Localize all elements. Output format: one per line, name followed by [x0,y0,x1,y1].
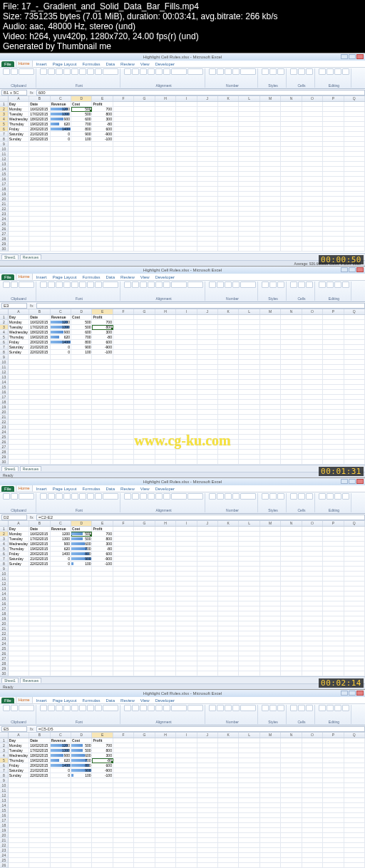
cell[interactable] [155,157,176,162]
cell[interactable] [113,671,134,676]
cell[interactable] [155,395,176,400]
cell[interactable] [176,430,197,435]
cell[interactable] [176,122,197,127]
cell[interactable] [155,596,176,601]
cell[interactable] [155,671,176,676]
cell[interactable]: Wednesday [9,117,29,122]
cell[interactable] [218,577,239,582]
cell[interactable] [113,325,134,330]
cell[interactable] [51,237,71,242]
cell[interactable] [302,242,323,247]
cell[interactable] [134,162,155,167]
cell[interactable] [218,601,239,606]
cell[interactable] [302,435,323,440]
cell[interactable] [134,651,155,656]
cell[interactable] [71,858,92,863]
cell[interactable] [197,621,218,626]
cell[interactable] [71,395,92,400]
cell[interactable] [92,162,113,167]
cell[interactable]: 900 [71,132,92,137]
cell[interactable] [176,753,197,758]
cell[interactable] [344,773,365,778]
cell[interactable] [344,167,365,172]
cell[interactable] [281,848,302,853]
cell[interactable] [218,350,239,355]
cell[interactable] [197,325,218,330]
maximize-button[interactable] [349,691,356,696]
cell[interactable] [260,738,281,743]
cell[interactable] [281,112,302,117]
cell[interactable] [176,661,197,666]
cell[interactable] [239,395,259,400]
cell[interactable] [71,591,92,596]
cell[interactable] [344,102,365,107]
cell[interactable]: 300 [92,330,113,335]
cell[interactable] [239,577,259,582]
cell[interactable] [239,325,259,330]
cell[interactable] [344,621,365,626]
cell[interactable] [71,242,92,247]
cell[interactable]: 0 [51,562,71,567]
cell[interactable] [134,345,155,350]
cell[interactable] [344,552,365,557]
ribbon-button[interactable] [290,281,297,288]
ribbon-button[interactable] [319,493,326,500]
cell[interactable]: 900 [51,117,71,122]
column-header[interactable]: O [302,733,323,738]
row-header[interactable]: 29 [0,242,9,247]
cell[interactable] [302,793,323,798]
ribbon-button[interactable] [40,281,47,288]
ribbon-button[interactable] [225,281,232,288]
cell[interactable]: Thursday [9,758,29,763]
cell[interactable] [260,142,281,147]
cell[interactable] [260,355,281,360]
cell[interactable] [197,207,218,212]
cell[interactable] [155,197,176,202]
cell[interactable] [344,671,365,676]
cell[interactable] [281,247,302,252]
cell[interactable] [281,455,302,460]
cell[interactable] [239,340,259,345]
cell[interactable] [239,651,259,656]
ribbon-button[interactable] [327,705,334,711]
cell[interactable] [239,127,259,132]
cell[interactable] [92,833,113,838]
cell[interactable] [197,217,218,222]
cell[interactable] [134,187,155,192]
cell[interactable]: 19/02/2015 [29,122,50,127]
row-header[interactable]: 28 [0,661,9,666]
cell[interactable] [260,365,281,370]
ribbon-button[interactable] [71,493,78,500]
cell[interactable] [176,435,197,440]
cell[interactable]: Saturday [9,557,29,562]
cell[interactable] [344,587,365,591]
cell[interactable] [51,651,71,656]
cell[interactable] [218,833,239,838]
column-header[interactable]: C [51,309,71,314]
row-header[interactable]: 24 [0,430,9,435]
cell[interactable] [92,390,113,395]
cell[interactable] [113,838,134,843]
cell[interactable] [176,631,197,636]
cell[interactable] [218,137,239,142]
cell[interactable] [155,122,176,127]
ribbon-tab[interactable]: Formulas [80,274,102,280]
cell[interactable] [51,646,71,651]
cell[interactable]: 800 [92,537,113,542]
cell[interactable] [344,833,365,838]
row-header[interactable]: 13 [0,375,9,380]
cell[interactable] [134,330,155,335]
cell[interactable] [344,440,365,445]
cell[interactable] [9,192,29,197]
cell[interactable] [71,445,92,450]
cell[interactable] [113,758,134,763]
cell[interactable] [239,572,259,577]
cell[interactable]: 900 [51,330,71,335]
cell[interactable] [302,641,323,646]
row-header[interactable]: 14 [0,591,9,596]
cell[interactable] [71,656,92,661]
cell[interactable] [197,375,218,380]
cell[interactable]: -100 [92,562,113,567]
cell[interactable] [281,460,302,465]
cell[interactable] [281,425,302,430]
